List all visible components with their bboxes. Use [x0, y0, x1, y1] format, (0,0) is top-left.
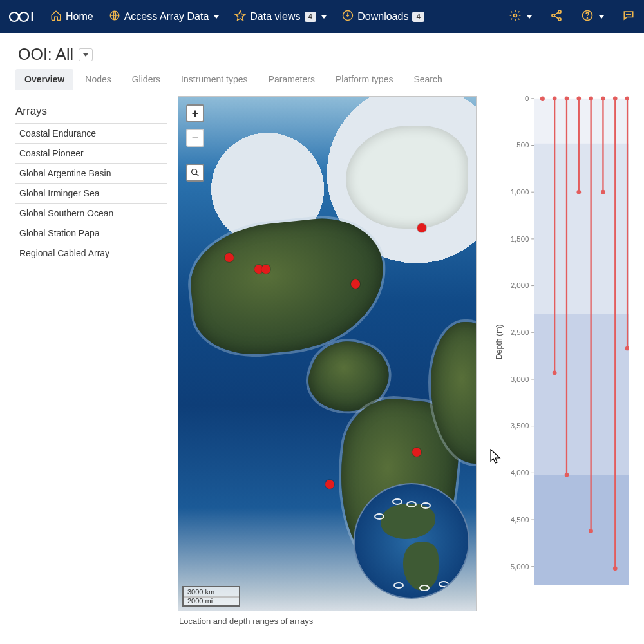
depth-point-bottom[interactable]	[613, 566, 618, 571]
star-icon	[234, 10, 246, 24]
svg-text:500: 500	[516, 141, 529, 149]
map-caption: Location and depth ranges of arrays	[178, 611, 479, 631]
array-item[interactable]: Global Southern Ocean	[15, 204, 167, 223]
map-marker-global-station-papa[interactable]	[225, 253, 234, 262]
map-marker-global-irminger-sea[interactable]	[417, 223, 426, 232]
help-dropdown[interactable]	[581, 9, 604, 24]
svg-point-12	[628, 14, 629, 15]
caret-down-icon	[527, 15, 532, 19]
depth-point-bottom[interactable]	[553, 370, 557, 375]
map-panel[interactable]: + − 3000 km 2000 mi	[178, 96, 477, 611]
arrays-heading: Arrays	[15, 105, 167, 118]
svg-text:3,000: 3,000	[511, 375, 529, 383]
nav-access-array-data[interactable]: Access Array Data	[109, 10, 220, 24]
svg-text:1,500: 1,500	[511, 235, 529, 243]
array-item[interactable]: Coastal Pioneer	[15, 144, 167, 164]
tab-parameters[interactable]: Parameters	[260, 69, 324, 90]
zoom-in-button[interactable]: +	[186, 104, 204, 122]
scale-mi: 2000 mi	[182, 596, 240, 607]
settings-dropdown[interactable]	[509, 9, 532, 24]
tab-search[interactable]: Search	[404, 69, 451, 90]
zoom-out-button[interactable]: −	[186, 129, 204, 147]
svg-text:4,000: 4,000	[511, 469, 529, 477]
depth-point-top[interactable]	[601, 96, 605, 100]
depth-point-top[interactable]	[589, 96, 593, 100]
svg-point-11	[627, 14, 628, 15]
svg-point-14	[192, 169, 197, 175]
array-item[interactable]: Regional Cabled Array	[15, 243, 167, 263]
depth-point-bottom[interactable]	[576, 190, 581, 194]
svg-text:4,500: 4,500	[511, 516, 529, 524]
download-icon	[342, 10, 354, 24]
array-list: Coastal EnduranceCoastal PioneerGlobal A…	[15, 123, 167, 263]
depth-point-top[interactable]	[565, 96, 569, 100]
overview-minimap[interactable]	[354, 483, 469, 599]
depth-point-top[interactable]	[553, 96, 557, 100]
svg-point-0	[10, 12, 19, 21]
depth-point-bottom[interactable]	[601, 190, 605, 194]
svg-rect-15	[534, 99, 629, 144]
map-marker-global-southern-ocean[interactable]	[325, 480, 334, 489]
map-marker-regional-cabled-array[interactable]	[261, 265, 270, 274]
depth-range-chart[interactable]: 05001,0001,5002,0002,5003,0003,5004,0004…	[493, 96, 629, 611]
svg-point-5	[514, 14, 517, 17]
svg-text:3,500: 3,500	[511, 422, 529, 430]
tab-nodes[interactable]: Nodes	[76, 69, 120, 90]
globe-icon	[109, 10, 120, 24]
nav-home-label: Home	[66, 11, 93, 23]
share-icon[interactable]	[550, 9, 563, 24]
array-item[interactable]: Coastal Endurance	[15, 124, 167, 144]
nav-data-views[interactable]: Data views 4	[234, 10, 327, 24]
tab-overview[interactable]: Overview	[15, 69, 73, 90]
tab-gliders[interactable]: Gliders	[123, 69, 169, 90]
svg-text:5,000: 5,000	[511, 563, 529, 571]
caret-down-icon	[321, 15, 327, 19]
nav-right-icons	[509, 9, 635, 24]
map-marker-global-argentine-basin[interactable]	[412, 448, 421, 457]
nav-dataviews-label: Data views	[250, 11, 300, 23]
page-title-row: OOI: All	[0, 33, 644, 69]
tab-platform-types[interactable]: Platform types	[327, 69, 402, 90]
depth-point-bottom[interactable]	[589, 529, 593, 533]
chat-icon[interactable]	[622, 9, 635, 24]
top-navbar: Home Access Array Data Data views 4 Down…	[0, 0, 644, 33]
nav-downloads-label: Downloads	[357, 11, 408, 23]
svg-text:2,000: 2,000	[511, 281, 529, 289]
map-landmass	[346, 126, 468, 229]
svg-text:2,500: 2,500	[511, 328, 529, 336]
svg-point-10	[587, 18, 588, 19]
content-tabs: OverviewNodesGlidersInstrument typesPara…	[0, 69, 644, 90]
svg-text:0: 0	[525, 96, 529, 102]
home-icon	[50, 10, 62, 24]
nav-downloads[interactable]: Downloads 4	[342, 10, 424, 24]
nav-home[interactable]: Home	[50, 10, 93, 24]
svg-text:1,000: 1,000	[511, 188, 529, 196]
caret-down-icon	[599, 15, 604, 19]
help-icon	[581, 9, 594, 24]
svg-text:Depth (m): Depth (m)	[495, 324, 504, 359]
tab-instrument-types[interactable]: Instrument types	[172, 69, 257, 90]
zoom-to-extent-button[interactable]	[186, 164, 204, 182]
svg-rect-16	[534, 144, 629, 314]
dataviews-badge: 4	[305, 12, 317, 22]
nav-access-label: Access Array Data	[124, 11, 209, 23]
page-title: OOI: All	[18, 45, 73, 64]
array-item[interactable]: Global Argentine Basin	[15, 164, 167, 184]
map-scalebar: 3000 km 2000 mi	[182, 587, 240, 607]
svg-point-1	[19, 12, 28, 21]
svg-point-13	[630, 14, 631, 15]
depth-point-top[interactable]	[576, 96, 581, 100]
array-item[interactable]: Global Station Papa	[15, 223, 167, 243]
depth-point-bottom[interactable]	[565, 473, 569, 477]
array-item[interactable]: Global Irminger Sea	[15, 184, 167, 204]
caret-down-icon	[214, 15, 219, 19]
map-controls: + −	[186, 104, 204, 182]
title-dropdown-toggle[interactable]	[79, 48, 93, 61]
map-marker-coastal-pioneer[interactable]	[351, 279, 360, 289]
gear-icon	[509, 9, 522, 24]
arrays-sidebar: Arrays Coastal EnduranceCoastal PioneerG…	[15, 96, 167, 631]
downloads-badge: 4	[412, 12, 424, 22]
depth-point-top[interactable]	[613, 96, 618, 100]
depth-point-bottom[interactable]	[540, 97, 545, 101]
brand-logo[interactable]	[9, 10, 35, 24]
